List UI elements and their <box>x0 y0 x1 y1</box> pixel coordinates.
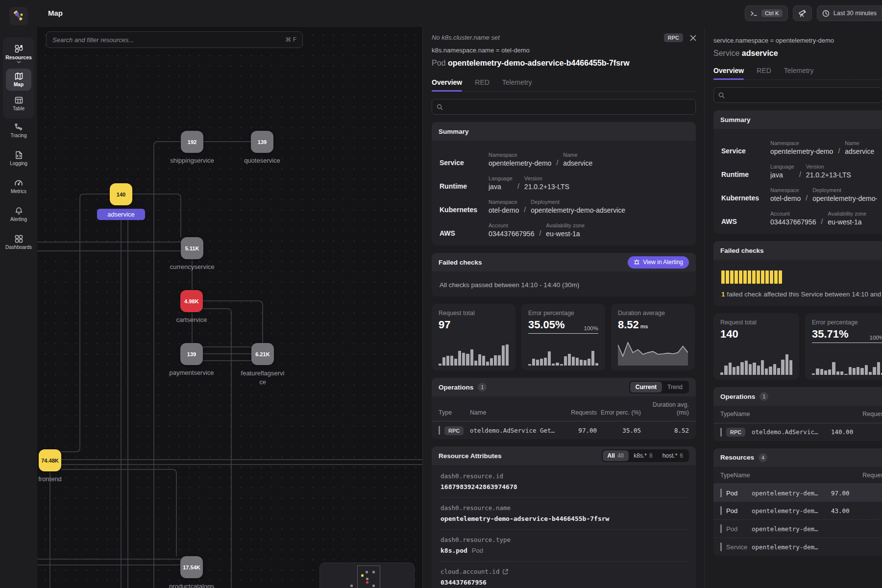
reference-label: 100% <box>584 325 598 331</box>
map-node-featureflagservice[interactable]: 6.21K <box>251 343 274 365</box>
map-node-frontend[interactable]: 74.48K <box>39 449 61 471</box>
attribute-filter-host[interactable]: host.*6 <box>658 450 688 461</box>
map-search-bar[interactable]: ⌘ F <box>46 31 303 48</box>
sidebar-item-table[interactable]: Table <box>6 93 31 115</box>
minimap[interactable] <box>319 563 415 588</box>
tab-red[interactable]: RED <box>757 67 771 79</box>
pod-panel-search[interactable] <box>432 99 696 115</box>
type-cell: Pod <box>726 507 752 514</box>
row-accent-bar <box>720 506 722 515</box>
field-key: Version <box>806 164 851 170</box>
attribute-value-suffix: Pod <box>472 547 483 554</box>
section-title: Summary <box>720 116 751 123</box>
summary-label: AWS <box>440 229 489 238</box>
map-node-productcatalogservice[interactable]: 17.54K <box>180 556 203 578</box>
map-node-cartservice[interactable]: 4.98K <box>180 290 203 312</box>
map-node-adservice[interactable]: 140 <box>110 183 132 205</box>
sidebar-item-dashboards[interactable]: Dashboards <box>3 228 34 256</box>
bar <box>494 355 497 366</box>
close-icon[interactable] <box>690 35 696 41</box>
sidebar-item-tracing[interactable]: Tracing <box>3 117 34 145</box>
attribute-row[interactable]: dash0.resource.typek8s.podPod <box>440 529 688 561</box>
bar <box>828 369 831 375</box>
selected-node-label-adservice[interactable]: adservice <box>97 209 145 220</box>
namespace-context: k8s.namespace.name = otel-demo <box>432 47 696 54</box>
metric-card-request-total: Request total140 <box>713 313 799 380</box>
attribute-row[interactable]: dash0.resource.id16879839242863974678 <box>440 466 688 497</box>
view-in-alerting-button[interactable]: View in Alerting <box>628 256 689 269</box>
bar <box>877 362 880 375</box>
clock-icon <box>822 10 830 17</box>
pod-detail-panel: No k8s.cluster.name set RPC k8s.namespac… <box>422 27 704 588</box>
alerting-icon <box>15 207 23 215</box>
rpc-badge: RPC <box>664 33 683 42</box>
bar <box>442 357 445 366</box>
metric-unit: ms <box>640 323 648 329</box>
sidebar-item-logging[interactable]: Logging <box>3 145 34 172</box>
bar <box>548 351 551 366</box>
command-palette-button[interactable]: Ctrl K <box>745 5 788 21</box>
attribute-filter-k8s[interactable]: k8s.*8 <box>629 450 657 461</box>
toggle-trend[interactable]: Trend <box>662 382 688 392</box>
dash0-logo-icon <box>11 9 26 24</box>
table-header: TypeNameRequestsError perc. (%)Duration … <box>432 396 696 421</box>
metric-title: Error percentage <box>812 319 882 326</box>
bar <box>502 345 505 366</box>
tab-overview[interactable]: Overview <box>713 67 744 79</box>
table-row[interactable]: Podopentelemetry-demo-adservice-b4466455… <box>713 484 882 502</box>
sidebar-label: Logging <box>10 161 27 166</box>
sidebar-item-resources[interactable]: Resources <box>3 41 34 67</box>
chevron-down-icon <box>17 61 21 63</box>
table-row[interactable]: Podopentelemetry-demo-adservice-b4466455… <box>713 502 882 519</box>
bar <box>591 351 594 366</box>
dashboards-icon <box>15 235 23 243</box>
tab-telemetry[interactable]: Telemetry <box>502 78 532 91</box>
filter-count: 40 <box>617 452 624 459</box>
section-title: Resource Attributes <box>439 452 502 460</box>
map-node-currencyservice[interactable]: 5.11K <box>181 237 203 259</box>
tab-telemetry[interactable]: Telemetry <box>784 67 814 79</box>
service-panel-search[interactable] <box>713 87 882 103</box>
sidebar-item-metrics[interactable]: Metrics <box>3 172 34 200</box>
attribute-filter-group: All40k8s.*8host.*6 <box>602 449 689 462</box>
map-node-paymentservice[interactable]: 139 <box>180 343 203 365</box>
metric-card-duration-average: Duration average8.52ms <box>611 304 695 370</box>
rpc-badge: RPC <box>444 426 464 435</box>
toggle-current[interactable]: Current <box>630 382 662 392</box>
minimap-node-dot <box>372 571 375 573</box>
minimap-viewport[interactable] <box>357 565 380 588</box>
table-row[interactable]: Serviceopentelemetry-demo:adservice <box>713 538 882 556</box>
attribute-row[interactable]: dash0.resource.nameopentelemetry-demo-ad… <box>440 497 688 529</box>
field-key: Language <box>489 175 513 181</box>
app-logo[interactable] <box>9 7 28 25</box>
bar <box>486 362 489 366</box>
metric-card-request-total: Request total97 <box>432 304 515 370</box>
tab-red[interactable]: RED <box>475 78 490 91</box>
service-map-canvas[interactable]: ⌘ F 192shippingservice139quoteservice140… <box>37 27 424 588</box>
tab-overview[interactable]: Overview <box>432 78 462 91</box>
telescope-button[interactable] <box>793 5 812 21</box>
bar <box>584 360 587 366</box>
attribute-filter-all[interactable]: All40 <box>603 450 629 461</box>
metric-value: 140 <box>720 328 792 341</box>
map-search-input[interactable] <box>47 36 285 44</box>
bar <box>532 359 535 366</box>
time-range-button[interactable]: Last 30 minutes <box>817 5 882 21</box>
table-row[interactable]: Podopentelemetry-demo-adservice-b4466455… <box>713 519 882 538</box>
sidebar-item-map[interactable]: Map <box>6 69 31 91</box>
pod-panel-search-input[interactable] <box>446 103 691 111</box>
bar <box>844 374 847 375</box>
bar <box>773 364 776 375</box>
map-node-shippingservice[interactable]: 192 <box>181 131 203 153</box>
field-value: adservice <box>563 159 592 167</box>
service-panel-search-input[interactable] <box>728 92 878 99</box>
map-node-quoteservice[interactable]: 139 <box>251 131 273 153</box>
summary-row-runtime: RuntimeLanguagejava/Version21.0.2+13-LTS <box>721 164 877 179</box>
table-row[interactable]: RPCoteldemo.AdService GetAds97.0035.058.… <box>432 421 696 439</box>
sidebar-item-alerting[interactable]: Alerting <box>3 200 34 228</box>
attribute-row[interactable]: cloud.account.id034437667956 <box>440 561 688 588</box>
column-header-requests: Requests <box>830 472 882 480</box>
table-row[interactable]: RPCoteldemo.AdService GetAds140.00 <box>713 423 882 441</box>
minimap-node-dot <box>372 585 375 587</box>
summary-section: Summary ServiceNamespaceopentelemetry-de… <box>713 110 882 234</box>
